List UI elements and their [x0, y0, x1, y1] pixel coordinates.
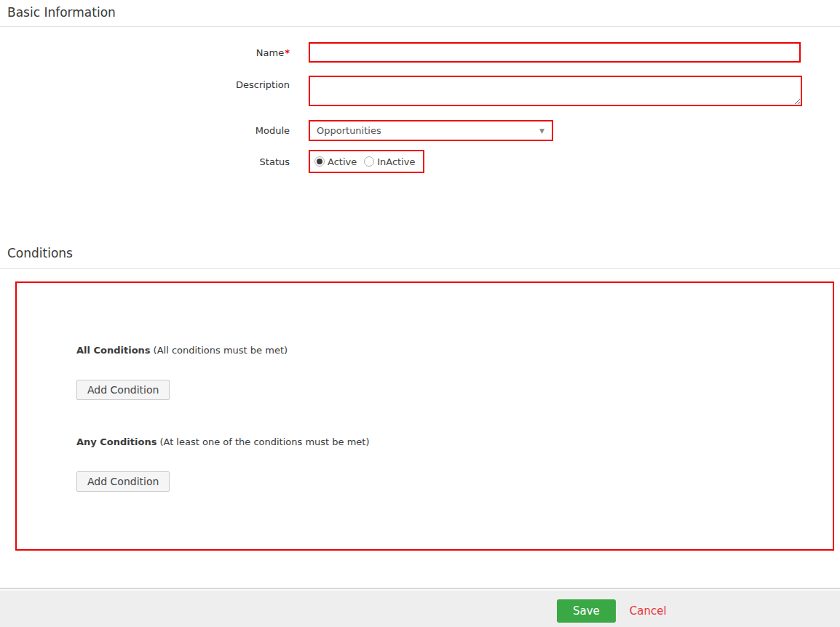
status-label: Status: [0, 150, 290, 167]
chevron-down-icon: ▼: [539, 127, 544, 135]
description-label: Description: [0, 76, 290, 90]
module-row: Module Opportunities ▼: [0, 120, 840, 141]
conditions-heading: Conditions: [7, 244, 840, 262]
add-condition-button-all[interactable]: Add Condition: [76, 380, 170, 400]
any-conditions-group: Any Conditions(At least one of the condi…: [76, 436, 833, 492]
required-asterisk: *: [285, 47, 290, 58]
all-conditions-hint: (All conditions must be met): [154, 345, 288, 356]
section-divider: [0, 26, 840, 27]
radio-selected-icon[interactable]: [314, 156, 325, 167]
all-conditions-title: All Conditions(All conditions must be me…: [76, 345, 833, 356]
all-conditions-group: All Conditions(All conditions must be me…: [76, 345, 833, 400]
description-textarea[interactable]: [309, 76, 802, 106]
module-select[interactable]: Opportunities ▼: [309, 120, 553, 141]
status-active-label: Active: [328, 156, 357, 167]
module-selected-value: Opportunities: [317, 125, 381, 136]
section-divider: [0, 268, 840, 269]
basic-information-form: Name* Description Module Opportunities ▼…: [0, 42, 840, 173]
name-row: Name*: [0, 42, 840, 63]
description-row: Description: [0, 76, 840, 106]
footer-action-bar: Save Cancel: [0, 588, 840, 627]
module-label: Module: [0, 120, 290, 136]
add-condition-button-any[interactable]: Add Condition: [76, 471, 170, 492]
conditions-panel: All Conditions(All conditions must be me…: [15, 281, 834, 551]
status-option-inactive[interactable]: InActive: [364, 156, 415, 167]
name-input[interactable]: [309, 42, 801, 63]
status-option-active[interactable]: Active: [314, 156, 357, 167]
status-row: Status Active InActive: [0, 150, 840, 173]
name-label: Name*: [0, 42, 290, 58]
any-conditions-title: Any Conditions(At least one of the condi…: [76, 436, 833, 447]
status-radio-group: Active InActive: [309, 150, 424, 173]
any-conditions-hint: (At least one of the conditions must be …: [159, 436, 369, 447]
radio-unselected-icon[interactable]: [364, 156, 374, 167]
status-inactive-label: InActive: [377, 156, 415, 167]
save-button[interactable]: Save: [557, 599, 616, 623]
cancel-link[interactable]: Cancel: [630, 604, 667, 618]
basic-information-heading: Basic Information: [7, 0, 840, 21]
